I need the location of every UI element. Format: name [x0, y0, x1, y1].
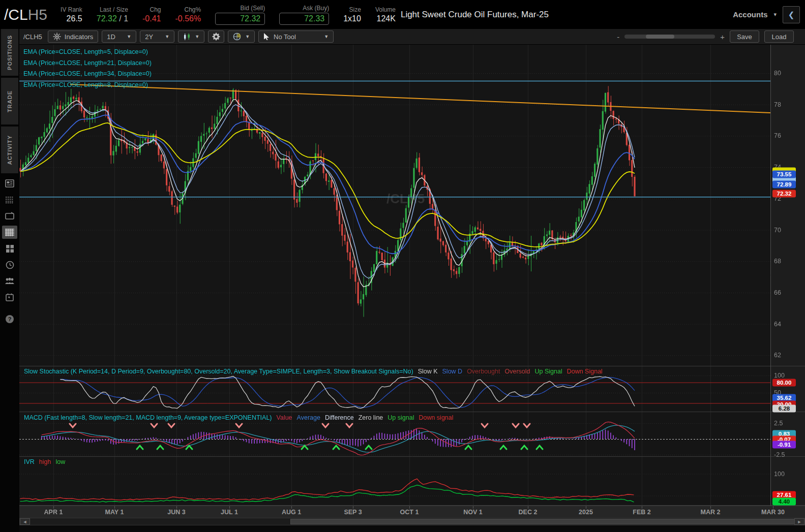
bid-button[interactable]: 72.32	[215, 13, 265, 25]
caret-down-icon: ▼	[195, 34, 199, 39]
ema-label[interactable]: EMA (Price=CLOSE, Length=8, Displace=0)	[23, 80, 152, 91]
ema-label[interactable]: EMA (Price=CLOSE, Length=34, Displace=0)	[23, 69, 152, 80]
x-axis-label: FEB 2	[633, 509, 650, 516]
axis-tick-label: 64	[774, 321, 781, 328]
bid-label: Bid (Sell)	[241, 4, 265, 12]
ema-label[interactable]: EMA (Price=CLOSE, Length=5, Displace=0)	[23, 47, 152, 58]
charts-icon-active[interactable]	[2, 226, 17, 239]
grid-layout-dropdown[interactable]: ▼	[228, 30, 255, 43]
axis-price-bubble: 80.00	[772, 379, 796, 386]
zoom-slider[interactable]	[624, 35, 715, 39]
last-size-label: Last / Size	[100, 6, 128, 14]
scroll-right-button[interactable]: ►	[794, 518, 804, 525]
save-button[interactable]: Save	[730, 30, 759, 43]
caret-down-icon: ▼	[324, 34, 329, 39]
scrollbar-handle[interactable]	[290, 519, 795, 524]
stat-iv-rank: IV Rank 26.5	[61, 6, 82, 24]
macd-legend[interactable]: MACD (Fast length=8, Slow length=21, MAC…	[24, 414, 458, 421]
legend-item: Slow D	[442, 368, 463, 375]
zoom-out-button[interactable]: -	[617, 33, 619, 41]
last-trade-size: / 1	[119, 14, 128, 23]
zoom-in-button[interactable]: +	[720, 33, 725, 41]
price-chart-canvas[interactable]	[19, 45, 805, 506]
history-clock-icon[interactable]	[2, 258, 17, 271]
list-icon[interactable]	[2, 193, 17, 206]
ask-button[interactable]: 72.33	[279, 13, 329, 25]
contract-description: Light Sweet Crude Oil Futures, Mar-25	[401, 10, 549, 20]
stat-change: Chg -0.41	[142, 6, 161, 24]
chart-region: EMA (Price=CLOSE, Length=5, Displace=0) …	[19, 45, 805, 532]
trading-app-window: /CLH5 IV Rank 26.5 Last / Size 72.32 / 1…	[0, 0, 805, 532]
symbol-expiry: H5	[28, 6, 47, 23]
legend-item: Value	[277, 414, 292, 421]
axis-price-bubble: 72.89	[772, 181, 796, 189]
collapse-panel-button[interactable]: ❮	[783, 6, 800, 23]
caret-down-icon: ▼	[165, 34, 169, 39]
scroll-left-button[interactable]: ◄	[20, 518, 30, 525]
indicators-label: Indicators	[65, 33, 93, 41]
volume-label: Volume	[375, 6, 396, 14]
x-axis-label: MAY 1	[105, 509, 124, 516]
change-label: Chg	[150, 6, 161, 14]
legend-item: low	[55, 458, 65, 465]
axis-tick-label: 100	[774, 372, 785, 379]
tv-monitor-icon[interactable]	[2, 209, 17, 223]
dashboard-grid-icon[interactable]	[2, 242, 17, 255]
study-title: MACD (Fast length=8, Slow length=21, MAC…	[24, 414, 272, 421]
gear-icon	[212, 33, 220, 41]
ema-study-labels: EMA (Price=CLOSE, Length=5, Displace=0) …	[23, 47, 152, 90]
x-axis-label: JUN 3	[167, 509, 185, 516]
symbol-title[interactable]: /CLH5	[4, 6, 47, 23]
x-axis-label: APR 1	[44, 509, 63, 516]
ask-label: Ask (Buy)	[303, 4, 329, 12]
caret-down-icon: ▼	[127, 34, 131, 39]
last-price: 72.32	[97, 14, 117, 23]
chart-settings-button[interactable]	[208, 30, 224, 43]
axis-price-bubble: 72.32	[772, 190, 796, 197]
quote-header: /CLH5 IV Rank 26.5 Last / Size 72.32 / 1…	[0, 0, 805, 29]
size-value: 1x10	[343, 14, 361, 24]
indicators-button[interactable]: Indicators	[48, 30, 98, 43]
news-icon[interactable]	[2, 177, 17, 190]
indicators-burst-icon	[53, 33, 61, 41]
axis-tick-label: 2.5	[774, 420, 783, 427]
left-sidebar: POSITIONS TRADE ACTIVITY	[0, 29, 19, 532]
load-button[interactable]: Load	[764, 30, 794, 43]
svg-text:?: ?	[8, 316, 12, 322]
time-axis: APR 1MAY 1JUN 3JUL 1AUG 1SEP 3OCT 1NOV 1…	[19, 506, 805, 518]
legend-item: Slow K	[418, 368, 438, 375]
last-size-value: 72.32 / 1	[97, 14, 128, 24]
ivr-legend[interactable]: IVRhighlow	[24, 458, 70, 465]
x-axis-label: MAR 2	[701, 509, 721, 516]
toolbar-symbol-label: /CLH5	[23, 33, 42, 41]
legend-item: Up signal	[387, 414, 414, 421]
iv-rank-value: 26.5	[67, 14, 82, 24]
axis-price-bubble: 6.28	[772, 405, 796, 413]
axis-tick-label: 76	[774, 132, 781, 139]
drawing-tool-dropdown[interactable]: No Tool ▼	[258, 30, 334, 43]
cursor-arrow-icon	[263, 33, 270, 40]
sidebar-tab-activity[interactable]: ACTIVITY	[1, 127, 18, 173]
community-people-icon[interactable]	[2, 274, 17, 288]
axis-tick-label: -2.5	[774, 451, 785, 458]
range-dropdown[interactable]: 2Y▼	[140, 30, 174, 43]
x-axis-label: MAR 30	[761, 509, 785, 516]
chart-type-dropdown[interactable]: ▼	[178, 30, 204, 43]
x-axis-label: 2025	[579, 509, 593, 516]
ema-label[interactable]: EMA (Price=CLOSE, Length=21, Displace=0)	[23, 58, 152, 69]
axis-price-bubble: -0.91	[772, 441, 796, 449]
change-pct-label: Chg%	[185, 6, 201, 14]
sidebar-tab-trade[interactable]: TRADE	[1, 78, 18, 124]
stochastic-legend[interactable]: Slow Stochastic (K Period=14, D Period=9…	[24, 368, 607, 375]
sidebar-tab-positions[interactable]: POSITIONS	[1, 29, 18, 76]
stat-last-size: Last / Size 72.32 / 1	[97, 6, 128, 24]
zoom-slider-handle[interactable]	[646, 35, 674, 39]
help-icon[interactable]: ?	[2, 312, 17, 326]
legend-item: Average	[297, 414, 320, 421]
symbol-root: /CL	[4, 6, 28, 23]
accounts-menu[interactable]: Accounts ▾ ❮	[733, 6, 800, 23]
chart-scrollbar[interactable]: ◄ ►	[19, 518, 805, 525]
aggregation-dropdown[interactable]: 1D▼	[102, 30, 136, 43]
axis-tick-label: 80	[774, 70, 781, 77]
calendar-icon[interactable]	[2, 291, 17, 304]
